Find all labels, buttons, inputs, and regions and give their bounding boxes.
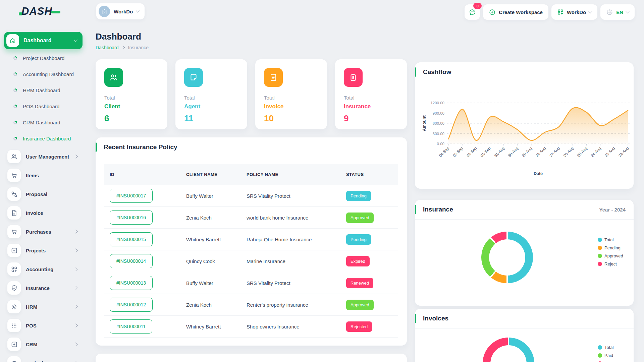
sidebar-item-accounting-dashboard[interactable]: Accounting Dashboard [0,66,87,82]
cart-icon [11,172,18,179]
table-row: #INSU000013Buffy WalterSRS Vitality Prot… [104,272,398,294]
stat-name: Client [104,103,159,110]
sidebar-item-accounting[interactable]: Accounting [0,260,87,279]
stat-total-label: Total [104,95,159,101]
leaf-icon [11,360,18,362]
invoices-chart-card: Invoices TotalPaidUnpaid [415,309,634,362]
policy-name-cell: SRS Vitality Protect [241,185,341,207]
top-actions: 0 Create Workspace WorkDo EN [465,4,635,20]
create-workspace-button[interactable]: Create Workspace [483,4,548,20]
legend-item-paid[interactable]: Paid [598,353,618,358]
cart-icon [11,228,18,235]
table-row: #INSU000017Buffy WalterSRS Vitality Prot… [104,185,398,207]
policy-id-button[interactable]: #INSU000017 [110,189,153,203]
legend-label: Approved [604,253,623,258]
sidebar-item-pos-dashboard[interactable]: POS Dashboard [0,98,87,114]
stat-total-label: Total [184,95,238,101]
policy-id-button[interactable]: #INSU000013 [110,276,153,290]
svg-text:01-Sep: 01-Sep [480,146,491,158]
sidebar-item-insurance[interactable]: Insurance [0,279,87,297]
sidebar-item-label: POS [26,323,37,328]
legend-dot-icon [598,262,602,266]
svg-text:26-Aug: 26-Aug [562,146,574,158]
legend-label: Pending [604,245,621,250]
policy-id-button[interactable]: #INSU000015 [110,232,153,246]
sidebar: Dashboard Project DashboardAccounting Da… [0,24,87,362]
chevron-down-icon [588,9,592,13]
sidebar-item-label: Accounting [26,266,54,272]
sidebar-item-projects[interactable]: Projects [0,241,87,260]
dash-logo[interactable]: DASH [19,5,60,17]
target-icon [11,303,18,310]
sidebar-item-items[interactable]: Items [0,166,87,185]
shield-icon-chip [7,281,21,295]
users-icon [109,73,118,82]
policy-id-button[interactable]: #INSU000014 [110,254,153,268]
sidebar-item-user-management[interactable]: User Management [0,147,87,166]
sidebar-item-crm[interactable]: CRM [0,335,87,354]
sidebar-item-insurance-dashboard[interactable]: Insurance Dashboard [0,130,87,146]
policy-name-cell: SRS Vitality Protect [241,272,341,294]
cashflow-area-chart: 1200.00900.00600.00300.000.0004-Sep03-Se… [415,82,634,189]
chevron-right-icon [74,230,77,233]
svg-text:1200.00: 1200.00 [430,101,444,105]
sidebar-subitem-label: CRM Dashboard [23,120,60,125]
breadcrumb-dashboard-link[interactable]: Dashboard [96,45,119,50]
insurance-chart-title: Insurance [423,206,453,213]
progress-bullet-icon [13,105,17,108]
dots-grid-icon [11,322,18,329]
insurance-chart-card: Insurance Year - 2024 TotalPendingApprov… [415,200,634,306]
breadcrumb: Dashboard Insurance [96,45,407,50]
invoice-icon [11,209,18,217]
grid-plus-icon [557,9,564,15]
cashflow-chart-area: 1200.00900.00600.00300.000.0004-Sep03-Se… [415,82,634,189]
legend-item-total[interactable]: Total [598,237,623,242]
stat-value: 6 [104,113,159,124]
legend-item-approved[interactable]: Approved [598,253,623,258]
workspace-switcher[interactable]: WorkDo [96,3,145,19]
messages-badge: 0 [473,3,482,9]
insurance-year-label: Year - 2024 [599,207,626,213]
messages-button[interactable]: 0 [465,4,480,20]
sidebar-item-hrm-dashboard[interactable]: HRM Dashboard [0,82,87,98]
sidebar-item-crm-dashboard[interactable]: CRM Dashboard [0,114,87,130]
sidebar-item-agriculture[interactable]: Agriculture [0,354,87,362]
sidebar-item-dashboard-active[interactable]: Dashboard [4,32,83,49]
policy-id-button[interactable]: #INSU000016 [110,210,153,225]
page-title: Dashboard [96,32,407,42]
home-icon [9,37,16,44]
workspace-avatar [99,6,110,17]
legend-item-reject[interactable]: Reject [598,261,623,266]
sidebar-item-proposal[interactable]: Proposal [0,185,87,203]
users-icon [104,68,123,87]
legend-dot-icon [598,254,602,258]
svg-text:Amount: Amount [422,115,427,131]
sidebar-item-pos[interactable]: POS [0,316,87,335]
workspace-menu-button[interactable]: WorkDo [551,4,597,20]
workspace-name: WorkDo [114,9,133,14]
sidebar-item-label: Proposal [26,191,47,197]
invoices-card-header: Invoices [415,309,634,328]
legend-item-pending[interactable]: Pending [598,245,623,250]
sidebar-item-purchases[interactable]: Purchases [0,222,87,241]
doc-lines-icon [264,68,283,87]
policy-id-button[interactable]: #INSU000012 [110,298,153,312]
sidebar-item-label: Purchases [26,229,51,235]
users-icon-chip [7,150,21,163]
next-card-partial [96,354,407,362]
legend-item-total[interactable]: Total [598,345,618,350]
client-name-cell: Quincy Cook [181,250,241,272]
language-menu-button[interactable]: EN [600,4,635,20]
chevron-down-icon [626,9,629,13]
svg-text:600.00: 600.00 [433,121,444,125]
check-square-icon [11,247,18,254]
sidebar-item-hrm[interactable]: HRM [0,297,87,316]
sidebar-item-label: CRM [26,342,37,347]
sidebar-item-invoice[interactable]: Invoice [0,203,87,222]
cashflow-title: Cashflow [423,68,451,76]
table-row: #INSU000016Zenia Kochworld bank home Ins… [104,207,398,229]
insurance-policy-table: IDCLIENT NAMEPOLICY NAMESTATUS #INSU0000… [104,164,398,338]
sidebar-item-project-dashboard[interactable]: Project Dashboard [0,50,87,66]
language-label: EN [616,9,623,15]
policy-id-button[interactable]: #INSU000011 [110,319,152,334]
